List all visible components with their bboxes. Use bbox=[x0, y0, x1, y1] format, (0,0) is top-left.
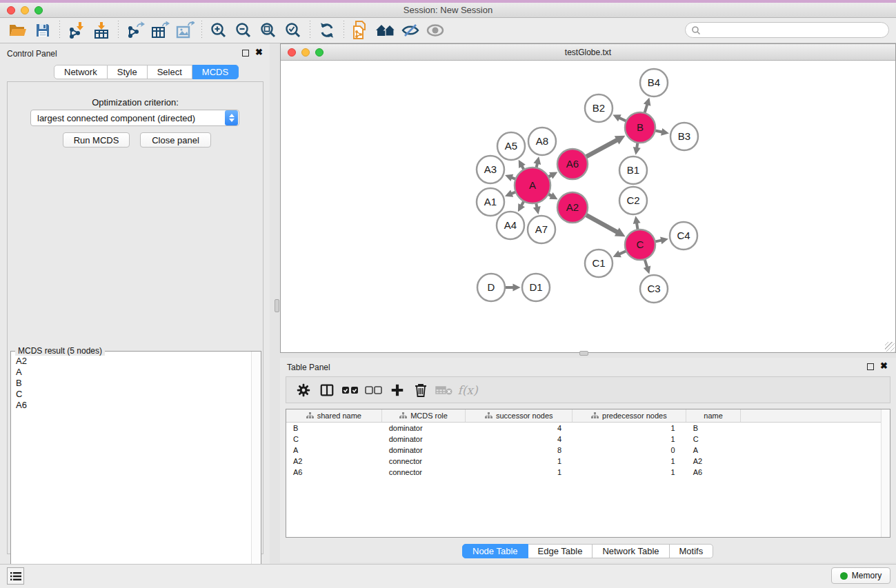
table-cell[interactable]: 4 bbox=[466, 434, 573, 445]
search-box[interactable] bbox=[685, 22, 889, 38]
show-all-eye-icon[interactable] bbox=[423, 19, 448, 41]
table-cell[interactable]: C bbox=[286, 434, 382, 445]
table-cell[interactable]: 1 bbox=[573, 456, 686, 467]
table-cell[interactable]: 4 bbox=[466, 423, 573, 434]
node-C4[interactable]: C4 bbox=[670, 222, 697, 250]
horizontal-splitter-handle[interactable] bbox=[579, 351, 588, 356]
node-D[interactable]: D bbox=[477, 274, 505, 301]
node-A[interactable]: A bbox=[515, 168, 550, 203]
node-A2[interactable]: A2 bbox=[557, 192, 588, 223]
node-A3[interactable]: A3 bbox=[477, 156, 504, 183]
result-item[interactable]: B bbox=[16, 378, 250, 389]
node-A1[interactable]: A1 bbox=[477, 188, 504, 216]
column-header[interactable] bbox=[741, 409, 890, 422]
network-graph[interactable]: B4B2BB3A5A8A6A3B1AA1C2A2A4A7CC4C1C3DD1 bbox=[281, 61, 895, 352]
table-cell[interactable] bbox=[741, 423, 890, 434]
table-cell[interactable]: A bbox=[286, 445, 382, 456]
table-cell[interactable]: connector bbox=[382, 456, 466, 467]
node-B1[interactable]: B1 bbox=[619, 156, 647, 184]
export-image-icon[interactable] bbox=[172, 19, 197, 41]
deselect-all-icon[interactable] bbox=[364, 380, 384, 401]
close-panel-icon[interactable]: ✖ bbox=[255, 49, 263, 56]
column-header[interactable]: successor nodes bbox=[466, 409, 573, 422]
delete-column-trash-icon[interactable] bbox=[410, 380, 431, 401]
console-tasks-button[interactable] bbox=[7, 567, 24, 585]
node-C2[interactable]: C2 bbox=[619, 187, 647, 214]
import-network-icon[interactable] bbox=[64, 19, 89, 41]
table-cell[interactable]: 0 bbox=[573, 445, 686, 456]
node-B2[interactable]: B2 bbox=[585, 94, 613, 122]
tab-style[interactable]: Style bbox=[108, 65, 148, 79]
mcds-result-list[interactable]: A2ABCA6 bbox=[12, 356, 250, 582]
tab-mcds[interactable]: MCDS bbox=[192, 65, 239, 79]
float-panel-icon[interactable] bbox=[242, 50, 249, 57]
table-cell[interactable]: A6 bbox=[686, 467, 741, 478]
table-cell[interactable]: dominator bbox=[382, 423, 466, 434]
table-cell[interactable]: 1 bbox=[573, 434, 686, 445]
table-cell[interactable] bbox=[741, 434, 890, 445]
table-panel-mode-icon[interactable] bbox=[317, 380, 337, 401]
table-cell[interactable]: A6 bbox=[286, 467, 382, 478]
float-table-panel-icon[interactable] bbox=[867, 363, 874, 370]
node-C1[interactable]: C1 bbox=[585, 250, 613, 277]
tab-motifs[interactable]: Motifs bbox=[670, 544, 714, 558]
memory-button[interactable]: Memory bbox=[831, 567, 890, 584]
table-cell[interactable]: 1 bbox=[466, 456, 573, 467]
node-C[interactable]: C bbox=[625, 230, 655, 260]
table-cell[interactable]: A2 bbox=[686, 456, 741, 467]
node-B[interactable]: B bbox=[625, 112, 655, 143]
tab-edge-table[interactable]: Edge Table bbox=[528, 544, 593, 558]
node-A7[interactable]: A7 bbox=[528, 216, 555, 243]
optimization-criterion-select[interactable]: largest connected component (directed) bbox=[30, 110, 239, 126]
tab-network[interactable]: Network bbox=[54, 65, 108, 79]
new-network-from-selection-icon[interactable] bbox=[348, 19, 373, 41]
resize-grip-icon[interactable] bbox=[885, 342, 895, 352]
export-network-icon[interactable] bbox=[123, 19, 148, 41]
zoom-out-icon[interactable] bbox=[231, 19, 256, 41]
network-canvas[interactable]: B4B2BB3A5A8A6A3B1AA1C2A2A4A7CC4C1C3DD1 bbox=[281, 61, 895, 352]
table-cell[interactable]: 1 bbox=[573, 467, 686, 478]
zoom-in-icon[interactable] bbox=[206, 19, 231, 41]
node-D1[interactable]: D1 bbox=[522, 274, 550, 301]
node-A8[interactable]: A8 bbox=[528, 128, 556, 155]
select-all-icon[interactable] bbox=[340, 380, 361, 401]
table-scrollbar[interactable] bbox=[881, 409, 890, 537]
export-table-icon[interactable] bbox=[148, 19, 172, 41]
tab-node-table[interactable]: Node Table bbox=[462, 544, 528, 558]
table-row[interactable]: A6connector11A6 bbox=[286, 467, 890, 478]
table-cell[interactable]: dominator bbox=[382, 445, 466, 456]
network-window-titlebar[interactable]: testGlobe.txt bbox=[281, 44, 895, 61]
table-cell[interactable] bbox=[741, 456, 890, 467]
result-item[interactable]: A bbox=[16, 367, 250, 378]
table-cell[interactable]: B bbox=[286, 423, 382, 434]
column-header[interactable]: MCDS role bbox=[382, 409, 466, 422]
import-table-icon[interactable] bbox=[89, 19, 114, 41]
table-cell[interactable]: 8 bbox=[466, 445, 573, 456]
table-row[interactable]: Adominator80A bbox=[286, 445, 890, 456]
table-row[interactable]: Cdominator41C bbox=[286, 434, 890, 445]
delete-table-icon[interactable] bbox=[434, 380, 455, 401]
save-session-icon[interactable] bbox=[30, 19, 55, 41]
table-cell[interactable]: B bbox=[686, 423, 741, 434]
table-cell[interactable]: dominator bbox=[382, 434, 466, 445]
search-input[interactable] bbox=[701, 26, 888, 35]
tab-select[interactable]: Select bbox=[148, 65, 192, 79]
table-cell[interactable] bbox=[741, 467, 890, 478]
table-cell[interactable]: 1 bbox=[466, 467, 573, 478]
node-B3[interactable]: B3 bbox=[670, 123, 698, 150]
table-cell[interactable]: A bbox=[686, 445, 741, 456]
tab-network-table[interactable]: Network Table bbox=[593, 544, 669, 558]
open-file-icon[interactable] bbox=[6, 19, 30, 41]
table-cell[interactable]: C bbox=[686, 434, 741, 445]
add-column-icon[interactable] bbox=[387, 380, 408, 401]
result-item[interactable]: C bbox=[16, 389, 250, 400]
table-row[interactable]: A2connector11A2 bbox=[286, 456, 890, 467]
node-C3[interactable]: C3 bbox=[640, 275, 668, 303]
node-B4[interactable]: B4 bbox=[640, 69, 668, 97]
table-cell[interactable]: A2 bbox=[286, 456, 382, 467]
column-header[interactable]: name bbox=[686, 409, 741, 422]
table-cell[interactable]: 1 bbox=[573, 423, 686, 434]
column-header[interactable]: shared name bbox=[286, 409, 382, 422]
zoom-selected-icon[interactable] bbox=[281, 19, 306, 41]
result-item[interactable]: A2 bbox=[16, 356, 250, 367]
